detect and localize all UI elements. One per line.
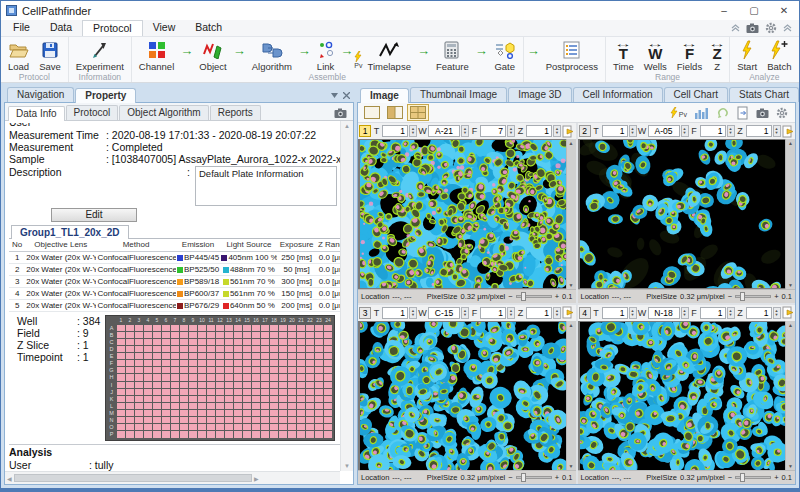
viewer-index-button[interactable]: 3 (359, 307, 371, 319)
play-export-icon[interactable] (782, 125, 795, 138)
tab-navigation[interactable]: Navigation (7, 87, 74, 102)
scroll-right-icon[interactable]: ▶ (254, 475, 259, 482)
play-export-icon[interactable] (782, 306, 795, 319)
scroll-up-icon[interactable]: ▲ (786, 140, 795, 146)
ribbon-object-button[interactable]: Object (194, 39, 231, 72)
spinner-control[interactable]: ▲▼ (507, 125, 515, 137)
field-input[interactable] (480, 125, 506, 137)
layout-button-dual-pane-icon[interactable] (384, 104, 406, 121)
spinner-control[interactable]: ▲▼ (727, 307, 735, 319)
tab-reports[interactable]: Reports (210, 105, 261, 120)
ribbon-experiment-button[interactable]: Experiment (71, 39, 129, 72)
t-input[interactable] (602, 125, 628, 137)
spinner-control[interactable]: ▲▼ (409, 125, 417, 137)
t-input[interactable] (602, 307, 628, 319)
menu-tab-view[interactable]: View (143, 20, 186, 36)
z-input[interactable] (746, 307, 772, 319)
vertical-scrollbar[interactable]: ▲ ▼ (340, 121, 353, 471)
camera-icon[interactable] (756, 108, 769, 118)
layout-button-quad-pane-icon[interactable] (407, 104, 429, 121)
spinner-control[interactable]: ▲▼ (773, 307, 781, 319)
ribbon-link-button[interactable]: Link (312, 39, 339, 72)
minimize-button[interactable]: – (709, 1, 739, 20)
table-row[interactable]: 420x Water (20x W-Y1)ConfocalFluorescenc… (9, 287, 340, 299)
viewer-scrollbar[interactable]: ▲▼ (566, 321, 576, 471)
scroll-down-icon[interactable]: ▼ (567, 282, 576, 288)
collapse-icon[interactable] (783, 24, 792, 32)
scroll-up-icon[interactable]: ▲ (344, 123, 350, 129)
spinner-control[interactable]: ▲▼ (461, 125, 469, 137)
z-input[interactable] (526, 307, 552, 319)
zoom-out-button[interactable]: − (728, 292, 732, 301)
menu-tab-batch[interactable]: Batch (185, 20, 232, 36)
ribbon-batch-button[interactable]: Batch (762, 39, 796, 72)
ribbon-z-button[interactable]: ↔ZZ (707, 39, 727, 72)
spinner-control[interactable]: ▲▼ (727, 125, 735, 137)
z-input[interactable] (746, 125, 772, 137)
menu-tab-protocol[interactable]: Protocol (82, 20, 143, 36)
tab-stats-chart[interactable]: Stats Chart (729, 87, 799, 102)
table-row[interactable]: 520x Water (20x W-Y1)ConfocalFluorescenc… (9, 299, 340, 311)
collapse-icon[interactable] (731, 24, 740, 32)
play-export-icon[interactable] (562, 125, 575, 138)
spinner-control[interactable]: ▲▼ (773, 125, 781, 137)
table-row[interactable]: 120x Water (20x W-Y1)ConfocalFluorescenc… (9, 251, 340, 263)
camera-icon[interactable] (334, 108, 347, 118)
tab-property[interactable]: Property (75, 88, 136, 103)
viewer-scrollbar[interactable]: ▲▼ (785, 139, 795, 289)
zoom-in-button[interactable]: + (774, 292, 778, 301)
ribbon-gate-button[interactable]: Gate (489, 39, 521, 72)
tab-data-info[interactable]: Data Info (8, 106, 65, 121)
t-input[interactable] (382, 307, 408, 319)
well-input[interactable] (648, 307, 680, 319)
maximize-button[interactable]: ▢ (739, 1, 769, 20)
horizontal-scrollbar[interactable]: ◀ ▶ (5, 471, 340, 484)
dropdown-icon[interactable] (331, 93, 338, 98)
ribbon-timelapse-button[interactable]: Timelapse (362, 39, 415, 72)
z-input[interactable] (526, 125, 552, 137)
scroll-left-icon[interactable]: ◀ (7, 475, 12, 482)
tab-cell-chart[interactable]: Cell Chart (664, 87, 728, 102)
t-input[interactable] (382, 125, 408, 137)
tab-object-algorithm[interactable]: Object Algorithm (119, 105, 208, 120)
cell-image-canvas[interactable] (360, 322, 566, 470)
zoom-slider[interactable] (516, 295, 552, 298)
gear-icon[interactable] (765, 22, 777, 34)
histogram-icon[interactable] (694, 107, 709, 119)
spinner-control[interactable]: ▲▼ (553, 125, 561, 137)
ribbon-algorithm-button[interactable]: Algorithm (247, 39, 297, 72)
zoom-slider[interactable] (735, 476, 771, 479)
ribbon-load-button[interactable]: Load (3, 39, 34, 72)
spinner-control[interactable]: ▲▼ (507, 307, 515, 319)
viewer-scrollbar[interactable]: ▲▼ (785, 321, 795, 471)
pv-toolbar-button[interactable]: Pv (670, 107, 687, 118)
camera-icon[interactable] (746, 23, 759, 33)
zoom-slider-thumb[interactable] (521, 292, 526, 301)
spinner-control[interactable]: ▲▼ (409, 307, 417, 319)
well-input[interactable] (428, 307, 460, 319)
ribbon-time-button[interactable]: ↔TTime (608, 39, 639, 72)
tab-image[interactable]: Image (360, 88, 409, 103)
zoom-slider-thumb[interactable] (740, 473, 745, 482)
scroll-down-icon[interactable]: ▼ (567, 463, 576, 469)
zoom-in-button[interactable]: + (774, 473, 778, 482)
ribbon-channel-button[interactable]: Channel (134, 39, 179, 72)
ribbon-wells-button[interactable]: ↔WWells (639, 39, 672, 72)
play-export-icon[interactable] (562, 306, 575, 319)
zoom-slider-thumb[interactable] (740, 292, 745, 301)
viewer-scrollbar[interactable]: ▲▼ (566, 139, 576, 289)
zoom-out-button[interactable]: − (508, 292, 512, 301)
spinner-control[interactable]: ▲▼ (629, 307, 637, 319)
edit-button[interactable]: Edit (51, 208, 137, 222)
viewer-index-button[interactable]: 1 (359, 125, 371, 137)
channel-group-tab[interactable]: Group1_TL1_20x_2D (11, 225, 129, 239)
table-row[interactable]: 320x Water (20x W-Y1)ConfocalFluorescenc… (9, 275, 340, 287)
close-button[interactable]: ✕ (769, 1, 799, 20)
tab-protocol[interactable]: Protocol (66, 105, 119, 120)
zoom-slider[interactable] (516, 476, 552, 479)
cell-image-canvas[interactable] (580, 322, 786, 470)
zoom-in-button[interactable]: + (555, 292, 559, 301)
spinner-control[interactable]: ▲▼ (629, 125, 637, 137)
spinner-control[interactable]: ▲▼ (461, 307, 469, 319)
ribbon-start-button[interactable]: Start (732, 39, 762, 72)
